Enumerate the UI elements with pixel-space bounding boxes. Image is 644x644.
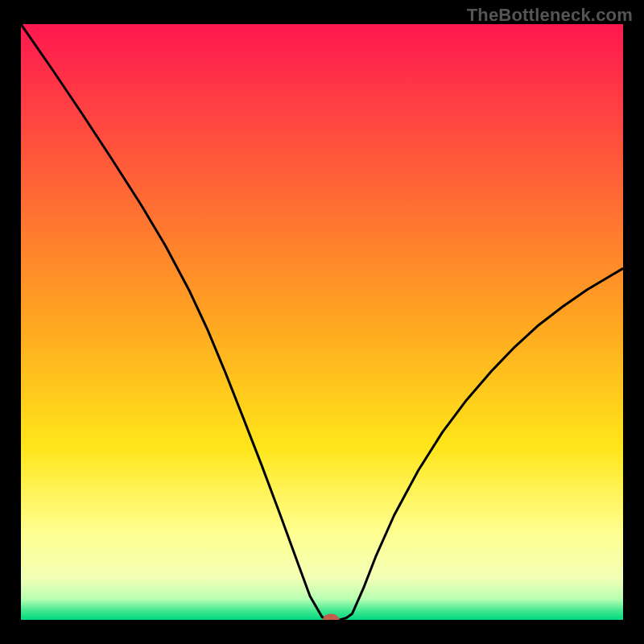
- chart-frame: TheBottleneck.com: [0, 0, 644, 644]
- bottleneck-chart: [21, 24, 623, 620]
- gradient-background: [21, 24, 623, 620]
- chart-svg: [21, 24, 623, 620]
- watermark-text: TheBottleneck.com: [467, 5, 633, 26]
